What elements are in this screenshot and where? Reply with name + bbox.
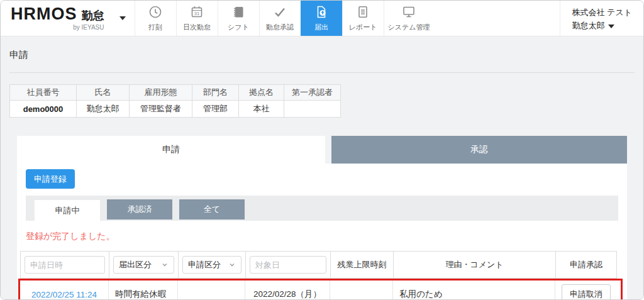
nav-label: 打刻 <box>148 23 162 32</box>
reason-cell: 私用のため <box>393 281 555 300</box>
nav-label: 届出 <box>314 23 328 32</box>
filter-cell-datetime <box>20 251 109 279</box>
location: 本社 <box>239 101 284 118</box>
col-reason-comment: 理由・コメント <box>393 251 555 279</box>
employment-type: 管理監督者 <box>130 101 192 118</box>
employee-info-table: 社員番号 氏名 雇用形態 部門名 拠点名 第一承認者 demo0000 勤怠太郎… <box>9 84 341 118</box>
calendar-icon: 31 <box>189 4 204 19</box>
user-name-row: 勤怠太郎 <box>572 19 632 33</box>
title-divider <box>9 72 635 73</box>
request-type-select-label: 申請区分 <box>188 259 221 270</box>
svg-text:31: 31 <box>194 11 199 16</box>
nav-label: 日次勤怠 <box>183 23 211 32</box>
col-employee-id: 社員番号 <box>10 85 77 101</box>
nav-label: システム管理 <box>388 23 430 32</box>
page-content: 申請 社員番号 氏名 雇用形態 部門名 拠点名 第一承認者 demo0000 勤… <box>1 36 643 300</box>
nav-item-shift[interactable]: シフト <box>218 1 259 36</box>
clock-icon <box>148 4 163 19</box>
brand-caret-icon[interactable] <box>119 16 126 20</box>
user-caret-icon <box>608 25 614 28</box>
monitor-icon <box>401 4 416 19</box>
page-title: 申請 <box>9 49 635 61</box>
requests-header-row: 届出区分 申請区分 残業上限時刻 理由・コメント <box>20 251 621 279</box>
request-row-highlighted: 2022/02/25 11:24 時間有給休暇 2022/02/28（月） 私用… <box>18 279 623 300</box>
col-location: 拠点名 <box>239 85 284 101</box>
tab-gap <box>325 136 331 164</box>
chevron-down-icon <box>228 261 236 269</box>
employee-data-row: demo0000 勤怠太郎 管理監督者 管理部 本社 <box>10 101 341 118</box>
chevron-down-icon <box>161 261 169 269</box>
notebook-icon <box>231 4 246 19</box>
report-type-select[interactable]: 届出区分 <box>113 256 174 274</box>
employee-header-row: 社員番号 氏名 雇用形態 部門名 拠点名 第一承認者 <box>10 85 341 101</box>
col-overtime-limit: 残業上限時刻 <box>330 251 393 279</box>
main-nav: 打刻 31 日次勤怠 シフト <box>135 1 434 36</box>
subtab-pending[interactable]: 申請中 <box>35 200 100 221</box>
filter-cell-target-date <box>245 251 330 279</box>
check-icon <box>272 4 287 19</box>
apply-tab-panel: 申請登録 申請中 承認済 全て 登録が完了しました。 届出区分 <box>17 164 627 300</box>
nav-item-system-kanri[interactable]: システム管理 <box>384 1 434 36</box>
report-type-select-label: 届出区分 <box>119 259 152 270</box>
overtime-limit-cell <box>330 281 393 300</box>
user-company: 株式会社 テスト <box>572 6 632 19</box>
target-date-cell: 2022/02/28（月） <box>245 281 330 300</box>
request-datetime-link[interactable]: 2022/02/25 11:24 <box>31 290 97 299</box>
user-name: 勤怠太郎 <box>572 21 604 30</box>
col-name: 氏名 <box>77 85 130 101</box>
employee-name: 勤怠太郎 <box>77 101 130 118</box>
col-department: 部門名 <box>192 85 239 101</box>
requests-table: 届出区分 申請区分 残業上限時刻 理由・コメント <box>20 251 621 300</box>
tab-approve[interactable]: 承認 <box>331 136 627 164</box>
brand-byline: by IEYASU <box>11 24 104 31</box>
col-first-approver: 第一承認者 <box>284 85 341 101</box>
document-icon <box>355 4 370 19</box>
top-navbar: HRMOS 勤怠 by IEYASU 打刻 31 <box>1 1 643 36</box>
nav-item-kintai-shonin[interactable]: 勤怠承認 <box>259 1 301 36</box>
col-employment-type: 雇用形態 <box>130 85 192 101</box>
department: 管理部 <box>192 101 239 118</box>
nav-item-todokede[interactable]: 届出 <box>301 1 342 36</box>
request-datetime-cell: 2022/02/25 11:24 <box>20 281 109 300</box>
target-date-filter-input[interactable] <box>250 256 326 274</box>
app-window: HRMOS 勤怠 by IEYASU 打刻 31 <box>0 0 644 300</box>
request-datetime-filter-input[interactable] <box>25 256 105 274</box>
main-tabs: 申請 承認 <box>17 136 627 164</box>
nav-item-report[interactable]: レポート <box>342 1 384 36</box>
user-menu[interactable]: 株式会社 テスト 勤怠太郎 <box>560 1 643 36</box>
brand-text: HRMOS 勤怠 by IEYASU <box>11 6 104 31</box>
tab-apply[interactable]: 申請 <box>17 136 325 164</box>
brand-name: HRMOS <box>11 6 77 23</box>
col-request-approval: 申請承認 <box>555 251 617 279</box>
brand-logo[interactable]: HRMOS 勤怠 by IEYASU <box>1 1 135 36</box>
nav-item-dakoku[interactable]: 打刻 <box>135 1 176 36</box>
status-subtabs: 申請中 承認済 全て <box>26 196 618 221</box>
filter-cell-request-type: 申請区分 <box>178 251 245 279</box>
register-request-button[interactable]: 申請登録 <box>26 169 75 189</box>
request-type-select[interactable]: 申請区分 <box>182 256 242 274</box>
filter-cell-report-type: 届出区分 <box>109 251 178 279</box>
cancel-request-button[interactable]: 申請取消 <box>562 284 611 300</box>
report-type-cell: 時間有給休暇 <box>109 281 178 300</box>
nav-label: 勤怠承認 <box>266 23 294 32</box>
first-approver <box>284 101 341 118</box>
file-upload-icon <box>314 4 329 19</box>
nav-label: シフト <box>228 23 249 32</box>
nav-item-nichiji-kintai[interactable]: 31 日次勤怠 <box>176 1 218 36</box>
approval-cell: 申請取消 <box>555 281 617 300</box>
nav-label: レポート <box>349 23 377 32</box>
success-message: 登録が完了しました。 <box>26 231 618 242</box>
subtab-approved[interactable]: 承認済 <box>107 199 172 219</box>
request-type-cell <box>178 281 245 300</box>
brand-product: 勤怠 <box>82 8 104 23</box>
subtab-all[interactable]: 全て <box>179 199 245 219</box>
employee-id: demo0000 <box>10 101 77 118</box>
